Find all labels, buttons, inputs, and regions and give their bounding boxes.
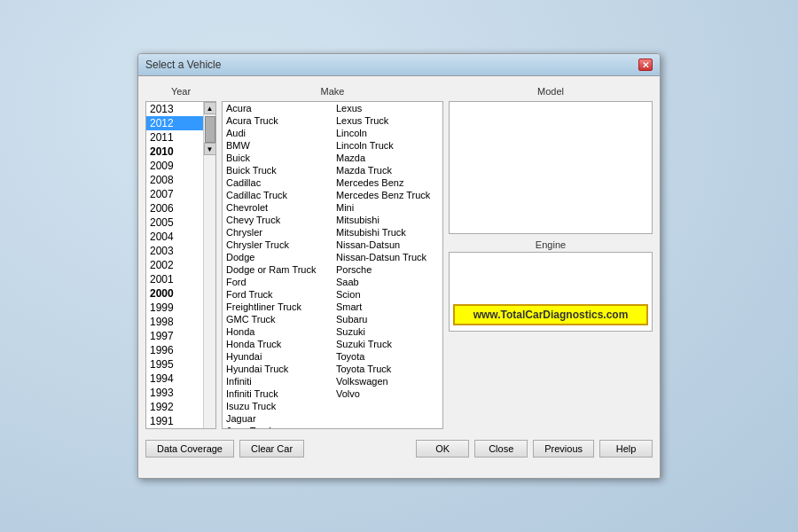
make-item[interactable]: Ford Truck <box>223 288 332 301</box>
year-item[interactable]: 2007 <box>146 187 203 201</box>
columns-area: Year 20132012201120102009200820072006200… <box>145 83 653 429</box>
make-item[interactable]: Porsche <box>332 263 442 276</box>
year-item[interactable]: 2003 <box>146 244 203 258</box>
make-item[interactable]: Jaguar <box>223 412 332 425</box>
year-item[interactable]: 2002 <box>146 258 203 272</box>
make-header: Make <box>222 83 443 99</box>
make-item[interactable]: Acura <box>223 102 332 114</box>
make-item[interactable]: Freightliner Truck <box>223 301 332 313</box>
scroll-thumb[interactable] <box>205 116 215 143</box>
make-item[interactable]: Lexus Truck <box>332 114 442 127</box>
make-item[interactable]: Infiniti <box>223 375 332 387</box>
year-item[interactable]: 2009 <box>146 159 203 173</box>
make-item[interactable]: Suzuki <box>332 325 442 338</box>
make-item[interactable]: Hyundai <box>223 350 332 363</box>
year-item[interactable]: 1995 <box>146 357 203 372</box>
make-item[interactable]: Mercedes Benz <box>332 176 442 189</box>
make-item[interactable]: Mini <box>332 201 442 214</box>
year-item[interactable]: 2005 <box>146 215 203 230</box>
make-item[interactable]: Scion <box>332 288 442 301</box>
year-item[interactable]: 1994 <box>146 372 203 386</box>
make-item[interactable]: Mitsubishi Truck <box>332 226 442 239</box>
watermark-label: www.TotalCarDiagnostics.com <box>453 304 648 325</box>
make-item[interactable]: Toyota <box>332 350 442 363</box>
make-col-left: AcuraAcura TruckAudiBMWBuickBuick TruckC… <box>223 102 332 429</box>
make-column: Make AcuraAcura TruckAudiBMWBuickBuick T… <box>222 83 443 429</box>
year-item[interactable]: 2001 <box>146 272 203 286</box>
year-item[interactable]: 1993 <box>146 386 203 400</box>
make-item[interactable]: Isuzu Truck <box>223 400 332 412</box>
make-item[interactable]: Ford <box>223 276 332 288</box>
make-col-right: LexusLexus TruckLincolnLincoln TruckMazd… <box>332 102 442 429</box>
make-item[interactable]: Dodge <box>223 251 332 263</box>
bottom-buttons: Data Coverage Clear Car OK Close Previou… <box>145 436 653 459</box>
make-list-inner: AcuraAcura TruckAudiBMWBuickBuick TruckC… <box>223 102 442 429</box>
make-item[interactable]: Mazda <box>332 152 442 164</box>
make-item[interactable]: Chrysler Truck <box>223 239 332 251</box>
make-item[interactable]: Hyundai Truck <box>223 363 332 375</box>
year-item[interactable]: 2010 <box>146 145 203 159</box>
make-item[interactable]: Honda Truck <box>223 338 332 350</box>
year-item[interactable]: 2004 <box>146 230 203 244</box>
make-item[interactable]: Infiniti Truck <box>223 387 332 400</box>
make-item[interactable]: Nissan-Datsun <box>332 239 442 251</box>
make-item[interactable]: Subaru <box>332 313 442 325</box>
make-item[interactable]: Chrysler <box>223 226 332 239</box>
make-item[interactable]: BMW <box>223 139 332 152</box>
make-item[interactable]: Chevy Truck <box>223 214 332 226</box>
make-item[interactable]: Honda <box>223 325 332 338</box>
year-list-wrap: 2013201220112010200920082007200620052004… <box>145 101 216 429</box>
make-item[interactable]: Audi <box>223 127 332 139</box>
year-item[interactable]: 1991 <box>146 414 203 428</box>
make-item[interactable]: Chevrolet <box>223 201 332 214</box>
ok-button[interactable]: OK <box>416 440 469 458</box>
make-item[interactable]: Smart <box>332 301 442 313</box>
make-item[interactable]: Lincoln Truck <box>332 139 442 152</box>
model-list[interactable] <box>449 101 653 234</box>
make-item[interactable]: Mercedes Benz Truck <box>332 189 442 201</box>
make-item[interactable]: Lincoln <box>332 127 442 139</box>
data-coverage-button[interactable]: Data Coverage <box>145 440 234 458</box>
make-item[interactable]: Mitsubishi <box>332 214 442 226</box>
help-button[interactable]: Help <box>599 440 653 458</box>
make-item[interactable]: Buick <box>223 152 332 164</box>
year-item[interactable]: 1996 <box>146 343 203 357</box>
make-item[interactable]: Acura Truck <box>223 114 332 127</box>
year-item[interactable]: 1999 <box>146 301 203 315</box>
make-item[interactable]: GMC Truck <box>223 313 332 325</box>
make-item[interactable]: Volvo <box>332 387 442 400</box>
close-dialog-button[interactable]: Close <box>474 440 528 458</box>
engine-header: Engine <box>449 239 653 250</box>
year-item[interactable]: 2006 <box>146 201 203 215</box>
make-item[interactable]: Cadillac Truck <box>223 189 332 201</box>
make-item[interactable]: Dodge or Ram Truck <box>223 263 332 276</box>
previous-button[interactable]: Previous <box>533 440 594 458</box>
make-item[interactable]: Saab <box>332 276 442 288</box>
make-item[interactable]: Buick Truck <box>223 164 332 176</box>
model-engine-column: Model Engine www.TotalCarDiagnostics.com <box>449 83 653 429</box>
year-item[interactable]: 2011 <box>146 130 203 145</box>
make-item[interactable]: Cadillac <box>223 176 332 189</box>
year-item[interactable]: 2013 <box>146 102 203 116</box>
make-list[interactable]: AcuraAcura TruckAudiBMWBuickBuick TruckC… <box>222 101 443 429</box>
year-item[interactable]: 1997 <box>146 329 203 343</box>
year-item[interactable]: 2000 <box>146 286 203 301</box>
make-item[interactable]: Jeep Truck <box>223 425 332 429</box>
year-item[interactable]: 1992 <box>146 400 203 414</box>
engine-section: Engine www.TotalCarDiagnostics.com <box>449 239 653 332</box>
make-item[interactable]: Lexus <box>332 102 442 114</box>
clear-car-button[interactable]: Clear Car <box>239 440 304 458</box>
make-item[interactable]: Volkswagen <box>332 375 442 387</box>
year-list[interactable]: 2013201220112010200920082007200620052004… <box>146 102 203 428</box>
make-item[interactable]: Toyota Truck <box>332 363 442 375</box>
make-item[interactable]: Nissan-Datsun Truck <box>332 251 442 263</box>
scroll-up-button[interactable]: ▲ <box>204 102 216 114</box>
year-item[interactable]: 2012 <box>146 116 203 130</box>
title-bar: Select a Vehicle ✕ <box>138 54 660 76</box>
close-button[interactable]: ✕ <box>638 59 653 71</box>
year-item[interactable]: 2008 <box>146 173 203 187</box>
make-item[interactable]: Suzuki Truck <box>332 338 442 350</box>
make-item[interactable]: Mazda Truck <box>332 164 442 176</box>
scroll-down-button[interactable]: ▼ <box>204 143 216 155</box>
year-item[interactable]: 1998 <box>146 315 203 329</box>
